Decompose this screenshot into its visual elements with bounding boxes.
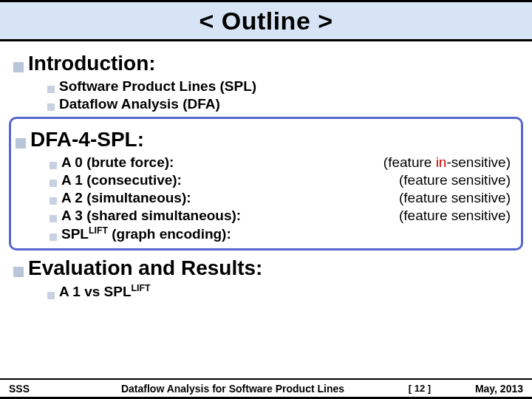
- slide-title: < Outline >: [199, 7, 332, 35]
- footer-center: Dataflow Analysis for Software Product L…: [68, 383, 398, 395]
- item-note: (feature sensitive): [399, 172, 516, 188]
- section-evaluation: Evaluation and Results:: [13, 256, 519, 280]
- list-item: A 2 (simultaneous): (feature sensitive): [50, 190, 516, 206]
- item-label: A 2 (simultaneous):: [61, 190, 191, 206]
- item-note: (feature in-sensitive): [383, 154, 516, 171]
- dfa4spl-items: A 0 (brute force): (feature in-sensitive…: [50, 154, 516, 242]
- bullet-icon: [50, 162, 57, 169]
- bullet-icon: [13, 62, 24, 72]
- footer: SSS Dataflow Analysis for Software Produ…: [0, 378, 532, 399]
- bullet-icon: [47, 86, 55, 93]
- footer-right: May, 2013: [442, 383, 523, 395]
- label-pre: A 1 vs SPL: [59, 284, 132, 300]
- intro-items: Software Product Lines (SPL) Dataflow An…: [47, 78, 519, 112]
- highlight-box: DFA-4-SPL: A 0 (brute force): (feature i…: [9, 117, 523, 250]
- section-heading: Introduction:: [28, 52, 156, 75]
- item-label: A 1 (consecutive):: [61, 172, 182, 188]
- slide: < Outline > Introduction: Software Produ…: [0, 0, 532, 399]
- label-pre: SPL: [61, 226, 89, 242]
- item-label: A 1 vs SPLLIFT: [59, 283, 151, 300]
- item-label: A 0 (brute force):: [61, 154, 174, 171]
- item-note: (feature sensitive): [399, 190, 516, 206]
- bullet-icon: [50, 180, 57, 187]
- bullet-icon: [47, 292, 55, 299]
- list-item: SPLLIFT (graph encoding):: [50, 225, 516, 242]
- label-sup: LIFT: [132, 283, 151, 293]
- list-item: A 3 (shared simultaneous): (feature sens…: [50, 208, 516, 224]
- item-label: Software Product Lines (SPL): [59, 78, 256, 95]
- note-post: -sensitive): [446, 154, 511, 170]
- eval-items: A 1 vs SPLLIFT: [47, 283, 519, 300]
- item-note: (feature sensitive): [399, 208, 516, 224]
- section-heading: Evaluation and Results:: [28, 256, 262, 280]
- bullet-icon: [13, 267, 24, 277]
- slide-content: Introduction: Software Product Lines (SP…: [0, 41, 532, 301]
- section-heading: DFA-4-SPL:: [30, 128, 144, 151]
- title-band: < Outline >: [0, 0, 532, 41]
- section-dfa4spl: DFA-4-SPL:: [16, 128, 516, 151]
- item-label: A 3 (shared simultaneous):: [61, 208, 241, 224]
- footer-page: [ 12 ]: [398, 383, 442, 394]
- footer-left: SSS: [9, 383, 68, 395]
- item-label: Dataflow Analysis (DFA): [59, 96, 220, 112]
- section-introduction: Introduction:: [13, 52, 519, 75]
- bullet-icon: [16, 138, 26, 149]
- note-in: in: [436, 154, 447, 170]
- list-item: A 1 vs SPLLIFT: [47, 283, 519, 300]
- label-sup: LIFT: [89, 225, 108, 236]
- bullet-icon: [50, 197, 57, 205]
- list-item: A 1 (consecutive): (feature sensitive): [50, 172, 516, 188]
- list-item: Software Product Lines (SPL): [47, 78, 519, 95]
- bullet-icon: [47, 103, 55, 111]
- list-item: A 0 (brute force): (feature in-sensitive…: [50, 154, 516, 171]
- label-post: (graph encoding):: [108, 226, 231, 242]
- list-item: Dataflow Analysis (DFA): [47, 96, 519, 112]
- note-pre: (feature: [383, 154, 436, 170]
- bullet-icon: [50, 233, 57, 241]
- item-label: SPLLIFT (graph encoding):: [61, 225, 231, 242]
- bullet-icon: [50, 215, 57, 222]
